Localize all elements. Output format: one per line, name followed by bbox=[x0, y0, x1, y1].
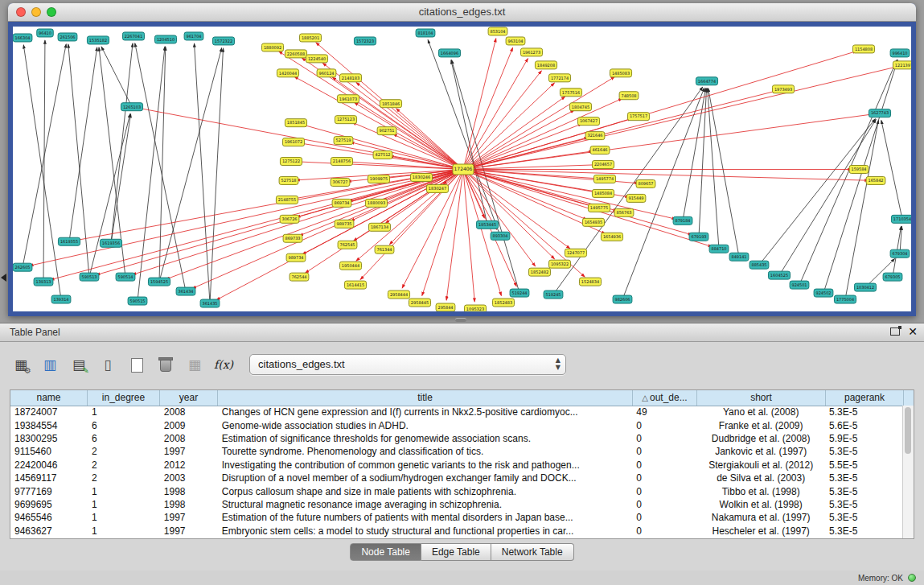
graph-node[interactable]: 1619355 bbox=[58, 237, 80, 245]
graph-node[interactable]: 1485083 bbox=[610, 69, 631, 77]
table-row[interactable]: 1456911722003Disruption of a novel membe… bbox=[10, 472, 903, 484]
graph-node[interactable]: 853104 bbox=[488, 27, 507, 35]
graph-node[interactable]: 1204510 bbox=[154, 35, 176, 43]
graph-node[interactable]: 166304 bbox=[13, 34, 32, 42]
graph-node[interactable]: 139314 bbox=[51, 295, 71, 303]
column-header-short[interactable]: short bbox=[697, 390, 826, 406]
graph-node[interactable]: 1867134 bbox=[368, 223, 390, 231]
graph-node[interactable]: 1275122 bbox=[280, 158, 302, 166]
graph-node[interactable]: 306726 bbox=[280, 215, 299, 223]
graph-node[interactable]: 2148183 bbox=[339, 74, 361, 82]
tab-edge-table[interactable]: Edge Table bbox=[421, 543, 491, 561]
graph-node[interactable]: 1885201 bbox=[299, 34, 321, 42]
scrollbar-thumb[interactable] bbox=[905, 407, 911, 454]
tab-network-table[interactable]: Network Table bbox=[491, 543, 574, 561]
graph-node[interactable]: 762544 bbox=[290, 273, 309, 281]
graph-node[interactable]: 527518 bbox=[279, 176, 298, 184]
float-panel-icon[interactable] bbox=[890, 328, 900, 336]
graph-node[interactable]: 1849208 bbox=[535, 61, 556, 69]
graph-node[interactable]: 1909975 bbox=[368, 175, 389, 183]
graph-node[interactable]: 1950444 bbox=[339, 262, 361, 270]
graph-node[interactable]: 1830246 bbox=[410, 173, 432, 181]
table-row[interactable]: 977716911998Corpus callosum shape and si… bbox=[10, 484, 903, 497]
graph-node[interactable]: 679304 bbox=[890, 249, 910, 257]
graph-node[interactable]: 1247077 bbox=[565, 249, 586, 257]
graph-node[interactable]: 869734 bbox=[332, 199, 351, 207]
graph-node[interactable]: 761344 bbox=[375, 245, 394, 253]
graph-hub-node[interactable]: 172406 bbox=[453, 164, 474, 175]
graph-node[interactable]: 2267041 bbox=[122, 32, 144, 40]
graph-node[interactable]: 1852482 bbox=[528, 268, 550, 276]
table-row[interactable]: 1938455462009Genome-wide association stu… bbox=[10, 418, 903, 431]
table-row[interactable]: 911546021997Tourette syndrome. Phenomeno… bbox=[10, 445, 903, 458]
graph-node[interactable]: 295844 bbox=[436, 303, 455, 311]
graph-node[interactable]: 809657 bbox=[636, 179, 655, 187]
graph-node[interactable]: 96410 bbox=[37, 29, 54, 37]
graph-node[interactable]: 427512 bbox=[373, 151, 392, 159]
graph-node[interactable]: 1604525 bbox=[768, 271, 790, 279]
graph-node[interactable]: 1851846 bbox=[380, 100, 401, 108]
graph-node[interactable]: 1154808 bbox=[852, 45, 874, 53]
graph-node[interactable]: 1030412 bbox=[854, 283, 876, 291]
graph-node[interactable]: 519244 bbox=[510, 289, 529, 297]
graph-node[interactable]: 1664774 bbox=[696, 77, 717, 85]
graph-node[interactable]: 461646 bbox=[590, 146, 610, 154]
column-header-in_degree[interactable]: in_degree bbox=[88, 390, 160, 406]
graph-node[interactable]: 1420044 bbox=[277, 69, 298, 77]
graph-node[interactable]: 159584 bbox=[849, 166, 869, 174]
graph-node[interactable]: 1495774 bbox=[593, 175, 615, 183]
graph-node[interactable]: 762545 bbox=[338, 241, 357, 249]
graph-node[interactable]: 139313 bbox=[34, 278, 53, 286]
graph-node[interactable]: 924502 bbox=[814, 289, 833, 297]
graph-node[interactable]: 884710 bbox=[709, 245, 729, 253]
graph-node[interactable]: 1654936 bbox=[601, 233, 622, 241]
graph-node[interactable]: 1710354 bbox=[891, 215, 911, 223]
graph-node[interactable]: 165842 bbox=[866, 176, 885, 184]
column-header-year[interactable]: year bbox=[160, 390, 218, 406]
table-row[interactable]: 946554611997Estimation of the future num… bbox=[10, 511, 903, 524]
graph-node[interactable]: 1961073 bbox=[337, 95, 359, 103]
graph-node[interactable]: 915449 bbox=[626, 194, 646, 202]
graph-node[interactable]: 1830247 bbox=[426, 184, 448, 192]
graph-node[interactable]: 1627743 bbox=[869, 109, 890, 117]
network-graph-canvas[interactable]: 1663049641026150615351822267041120451096… bbox=[13, 27, 911, 311]
graph-node[interactable]: 989734 bbox=[286, 253, 306, 262]
graph-node[interactable]: 679305 bbox=[883, 273, 902, 281]
table-row[interactable]: 1830029562008Estimation of significance … bbox=[10, 432, 903, 445]
graph-node[interactable]: 1851845 bbox=[285, 119, 306, 127]
graph-node[interactable]: 982606 bbox=[613, 295, 632, 303]
graph-node[interactable]: 1804745 bbox=[569, 103, 591, 111]
column-header-out_de[interactable]: △out_de... bbox=[633, 390, 697, 406]
graph-node[interactable]: 1953445 bbox=[476, 220, 498, 229]
graph-node[interactable]: 361434 bbox=[176, 287, 195, 295]
graph-node[interactable]: 2958444 bbox=[388, 290, 409, 299]
window-titlebar[interactable]: citations_edges.txt bbox=[8, 3, 916, 22]
graph-node[interactable]: 1775004 bbox=[834, 295, 856, 303]
graph-node[interactable]: 1594525 bbox=[148, 278, 170, 286]
graph-node[interactable]: 1572322 bbox=[212, 37, 234, 45]
show-columns-button[interactable]: ▥ bbox=[39, 354, 61, 375]
column-header-name[interactable]: name bbox=[10, 390, 88, 406]
graph-node[interactable]: 849141 bbox=[729, 253, 749, 261]
graph-node[interactable]: 2148756 bbox=[331, 158, 352, 166]
graph-node[interactable]: 1772174 bbox=[548, 74, 570, 82]
new-table-button[interactable] bbox=[125, 354, 148, 375]
tab-node-table[interactable]: Node Table bbox=[350, 543, 421, 561]
graph-node[interactable]: 1961072 bbox=[282, 138, 304, 146]
graph-node[interactable]: 1495775 bbox=[588, 204, 610, 212]
graph-node[interactable]: 1614415 bbox=[344, 281, 366, 289]
graph-node[interactable]: 989735 bbox=[335, 220, 354, 228]
graph-node[interactable]: 1224540 bbox=[306, 55, 327, 63]
graph-node[interactable]: 1757517 bbox=[627, 113, 649, 121]
table-row[interactable]: 1872400712008Changes of HCN gene express… bbox=[10, 406, 903, 418]
collapse-arrow-icon[interactable] bbox=[1, 274, 6, 282]
graph-node[interactable]: 856763 bbox=[614, 208, 634, 216]
graph-node[interactable]: 1265103 bbox=[121, 103, 142, 111]
graph-node[interactable]: 963104 bbox=[506, 37, 525, 45]
graph-node[interactable]: 960124 bbox=[317, 69, 336, 77]
graph-node[interactable]: 1852483 bbox=[492, 299, 514, 307]
graph-node[interactable]: 1664096 bbox=[438, 49, 460, 57]
split-handle[interactable] bbox=[455, 318, 466, 322]
graph-node[interactable]: 2204657 bbox=[592, 161, 614, 169]
graph-node[interactable]: 1221397 bbox=[893, 61, 911, 69]
